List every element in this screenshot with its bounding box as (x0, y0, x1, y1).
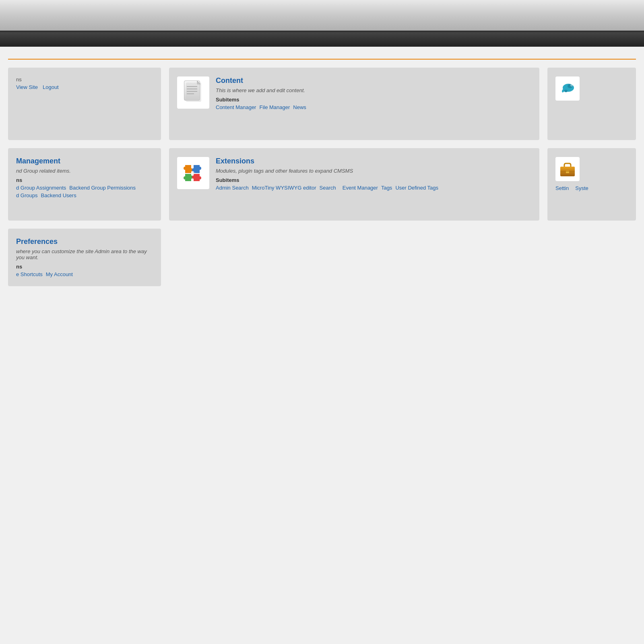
management-links: d Group Assignments Backend Group Permis… (16, 185, 153, 198)
backend-users-link[interactable]: Backend Users (41, 192, 76, 198)
top-row: ns View Site Logout (8, 68, 636, 140)
management-subitems-label: ns (16, 177, 153, 183)
event-manager-link[interactable]: Event Manager (343, 185, 378, 191)
svg-rect-7 (186, 83, 201, 102)
user-top-links: View Site Logout (16, 84, 153, 90)
management-card: Management nd Group related items. ns d … (8, 148, 161, 221)
search-link[interactable]: Search (320, 185, 336, 191)
user-top-card: ns View Site Logout (8, 68, 161, 140)
right-bottom-icon (559, 160, 576, 178)
content-title: Content (216, 76, 531, 85)
right-top-icon-box (555, 76, 580, 101)
shortcuts-link[interactable]: e Shortcuts (16, 271, 43, 277)
user-defined-tags-link[interactable]: User Defined Tags (395, 185, 438, 191)
svg-point-11 (564, 90, 568, 92)
top-chrome (0, 0, 644, 32)
right-top-icon (559, 80, 576, 97)
right-top-card (547, 68, 636, 140)
orange-divider (8, 59, 636, 60)
svg-rect-16 (560, 171, 575, 172)
extensions-icon (181, 161, 205, 185)
extensions-title: Extensions (216, 157, 531, 165)
extensions-card: Extensions Modules, plugin tags and othe… (169, 148, 539, 221)
content-description: This is where we add and edit content. (216, 87, 531, 93)
extensions-icon-box (177, 157, 209, 189)
admin-search-link[interactable]: Admin Search (216, 185, 249, 191)
main-content: ns View Site Logout (0, 47, 644, 294)
right-bottom-card: Settin Syste (547, 148, 636, 221)
management-description: nd Group related items. (16, 168, 153, 174)
file-manager-link[interactable]: File Manager (259, 104, 290, 110)
content-icon-box (177, 76, 209, 109)
right-bottom-links: Settin Syste (555, 185, 628, 191)
view-site-link[interactable]: View Site (16, 84, 38, 90)
content-icon (183, 80, 204, 105)
content-manager-link[interactable]: Content Manager (216, 104, 256, 110)
news-link[interactable]: News (293, 104, 306, 110)
settings-link[interactable]: Settin (555, 185, 569, 191)
backend-group-permissions-link[interactable]: Backend Group Permissions (69, 185, 136, 191)
extensions-subitems-label: Subitems (216, 177, 531, 183)
content-card: Content This is where we add and edit co… (169, 68, 539, 140)
management-title: Management (16, 157, 153, 165)
microtiny-link[interactable]: MicroTiny WYSIWYG editor (252, 185, 316, 191)
content-subitems-label: Subitems (216, 97, 531, 103)
logout-link[interactable]: Logout (43, 84, 59, 90)
bottom-row: Management nd Group related items. ns d … (8, 148, 636, 221)
my-account-link[interactable]: My Account (46, 271, 73, 277)
extensions-card-body: Extensions Modules, plugin tags and othe… (216, 157, 531, 191)
preferences-title: Preferences (16, 237, 153, 246)
extensions-description: Modules, plugin tags and other features … (216, 168, 531, 174)
preferences-links: e Shortcuts My Account (16, 271, 153, 277)
system-link[interactable]: Syste (575, 185, 588, 191)
content-links: Content Manager File Manager News (216, 104, 531, 110)
user-top-label: ns (16, 76, 153, 83)
tags-link[interactable]: Tags (381, 185, 392, 191)
right-bottom-icon-box (555, 157, 580, 181)
backend-group-assignments-link[interactable]: d Group Assignments (16, 185, 66, 191)
preferences-description: where you can customize the site Admin a… (16, 248, 153, 260)
svg-point-10 (570, 84, 573, 87)
content-card-body: Content This is where we add and edit co… (216, 76, 531, 110)
nav-bar (0, 32, 644, 47)
preferences-card: Preferences where you can customize the … (8, 229, 161, 286)
preferences-subitems-label: ns (16, 264, 153, 270)
extensions-links: Admin Search MicroTiny WYSIWYG editor Se… (216, 185, 531, 191)
backend-groups-link[interactable]: d Groups (16, 192, 37, 198)
third-row: Preferences where you can customize the … (8, 229, 636, 286)
